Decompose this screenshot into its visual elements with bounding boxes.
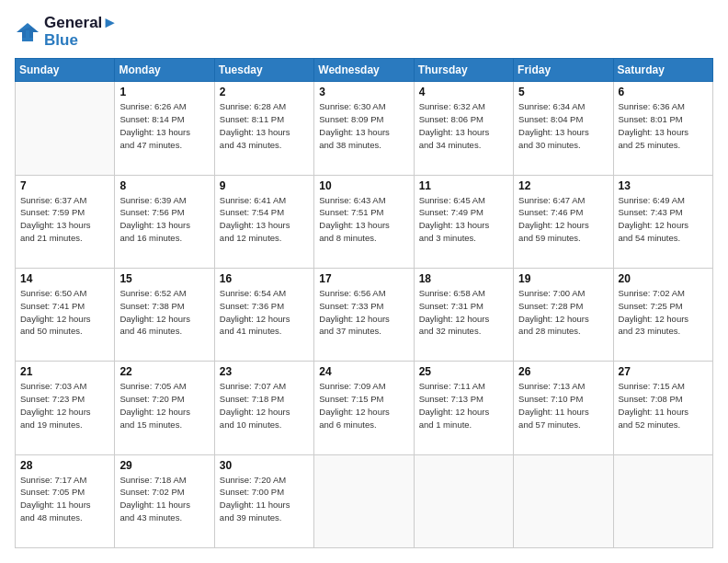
day-info: Sunrise: 6:43 AMSunset: 7:51 PMDaylight:… bbox=[319, 194, 408, 245]
day-info: Sunrise: 6:49 AMSunset: 7:43 PMDaylight:… bbox=[619, 194, 708, 245]
day-info: Sunrise: 7:20 AMSunset: 7:00 PMDaylight:… bbox=[220, 474, 309, 524]
calendar-cell: 2Sunrise: 6:28 AMSunset: 8:11 PMDaylight… bbox=[214, 82, 313, 175]
weekday-header-row: SundayMondayTuesdayWednesdayThursdayFrid… bbox=[16, 59, 713, 82]
day-number: 15 bbox=[119, 272, 209, 285]
day-info: Sunrise: 7:07 AMSunset: 7:18 PMDaylight:… bbox=[220, 380, 309, 431]
day-info: Sunrise: 6:39 AMSunset: 7:56 PMDaylight:… bbox=[119, 194, 209, 245]
day-number: 2 bbox=[220, 86, 309, 98]
day-info: Sunrise: 6:34 AMSunset: 8:04 PMDaylight:… bbox=[518, 100, 608, 151]
calendar-cell: 19Sunrise: 7:00 AMSunset: 7:28 PMDayligh… bbox=[514, 269, 613, 362]
calendar-cell: 29Sunrise: 7:18 AMSunset: 7:02 PMDayligh… bbox=[115, 454, 214, 547]
calendar-cell: 18Sunrise: 6:58 AMSunset: 7:31 PMDayligh… bbox=[414, 269, 513, 362]
calendar-cell bbox=[414, 454, 513, 547]
day-info: Sunrise: 6:45 AMSunset: 7:49 PMDaylight:… bbox=[419, 194, 508, 245]
calendar-cell: 30Sunrise: 7:20 AMSunset: 7:00 PMDayligh… bbox=[214, 454, 313, 547]
day-info: Sunrise: 7:11 AMSunset: 7:13 PMDaylight:… bbox=[419, 380, 508, 431]
calendar-cell bbox=[514, 454, 613, 547]
calendar-cell: 25Sunrise: 7:11 AMSunset: 7:13 PMDayligh… bbox=[414, 362, 513, 454]
calendar-cell: 1Sunrise: 6:26 AMSunset: 8:14 PMDaylight… bbox=[115, 82, 214, 175]
calendar-cell: 27Sunrise: 7:15 AMSunset: 7:08 PMDayligh… bbox=[613, 362, 712, 454]
calendar-cell: 28Sunrise: 7:17 AMSunset: 7:05 PMDayligh… bbox=[16, 454, 115, 547]
day-info: Sunrise: 7:17 AMSunset: 7:05 PMDaylight:… bbox=[20, 474, 109, 524]
calendar-cell: 6Sunrise: 6:36 AMSunset: 8:01 PMDaylight… bbox=[613, 82, 712, 175]
day-number: 3 bbox=[319, 86, 408, 98]
day-number: 29 bbox=[119, 459, 209, 472]
calendar-cell: 9Sunrise: 6:41 AMSunset: 7:54 PMDaylight… bbox=[214, 175, 313, 268]
day-number: 27 bbox=[619, 365, 708, 378]
day-info: Sunrise: 6:26 AMSunset: 8:14 PMDaylight:… bbox=[119, 100, 209, 151]
logo-icon bbox=[15, 19, 40, 45]
weekday-thursday: Thursday bbox=[414, 59, 513, 82]
day-info: Sunrise: 6:50 AMSunset: 7:41 PMDaylight:… bbox=[20, 287, 109, 338]
calendar-cell: 13Sunrise: 6:49 AMSunset: 7:43 PMDayligh… bbox=[613, 175, 712, 268]
day-number: 17 bbox=[319, 272, 408, 285]
day-info: Sunrise: 6:54 AMSunset: 7:36 PMDaylight:… bbox=[220, 287, 309, 338]
day-info: Sunrise: 7:13 AMSunset: 7:10 PMDaylight:… bbox=[518, 380, 608, 431]
calendar-cell: 20Sunrise: 7:02 AMSunset: 7:25 PMDayligh… bbox=[613, 269, 712, 362]
week-row-2: 14Sunrise: 6:50 AMSunset: 7:41 PMDayligh… bbox=[16, 269, 713, 362]
day-info: Sunrise: 7:00 AMSunset: 7:28 PMDaylight:… bbox=[518, 287, 608, 338]
day-info: Sunrise: 6:41 AMSunset: 7:54 PMDaylight:… bbox=[220, 194, 309, 245]
day-number: 9 bbox=[220, 179, 309, 192]
week-row-0: 1Sunrise: 6:26 AMSunset: 8:14 PMDaylight… bbox=[16, 82, 713, 175]
day-info: Sunrise: 6:30 AMSunset: 8:09 PMDaylight:… bbox=[319, 100, 408, 151]
day-number: 26 bbox=[518, 365, 608, 378]
day-number: 5 bbox=[518, 86, 608, 98]
day-number: 1 bbox=[119, 86, 209, 98]
day-number: 8 bbox=[119, 179, 209, 192]
day-info: Sunrise: 6:58 AMSunset: 7:31 PMDaylight:… bbox=[419, 287, 508, 338]
day-number: 13 bbox=[619, 179, 708, 192]
weekday-wednesday: Wednesday bbox=[314, 59, 414, 82]
calendar-cell: 14Sunrise: 6:50 AMSunset: 7:41 PMDayligh… bbox=[16, 269, 115, 362]
day-number: 12 bbox=[518, 179, 608, 192]
calendar-cell: 17Sunrise: 6:56 AMSunset: 7:33 PMDayligh… bbox=[314, 269, 414, 362]
day-info: Sunrise: 7:18 AMSunset: 7:02 PMDaylight:… bbox=[119, 474, 209, 524]
day-number: 24 bbox=[319, 365, 408, 378]
day-info: Sunrise: 6:52 AMSunset: 7:38 PMDaylight:… bbox=[119, 287, 209, 338]
calendar-cell bbox=[314, 454, 414, 547]
day-number: 16 bbox=[220, 272, 309, 285]
week-row-3: 21Sunrise: 7:03 AMSunset: 7:23 PMDayligh… bbox=[16, 362, 713, 454]
weekday-monday: Monday bbox=[115, 59, 214, 82]
day-number: 18 bbox=[419, 272, 508, 285]
calendar-cell: 15Sunrise: 6:52 AMSunset: 7:38 PMDayligh… bbox=[115, 269, 214, 362]
day-info: Sunrise: 6:32 AMSunset: 8:06 PMDaylight:… bbox=[419, 100, 508, 151]
day-info: Sunrise: 6:36 AMSunset: 8:01 PMDaylight:… bbox=[619, 100, 708, 151]
day-info: Sunrise: 7:15 AMSunset: 7:08 PMDaylight:… bbox=[619, 380, 708, 431]
weekday-tuesday: Tuesday bbox=[214, 59, 313, 82]
calendar-cell: 23Sunrise: 7:07 AMSunset: 7:18 PMDayligh… bbox=[214, 362, 313, 454]
day-number: 25 bbox=[419, 365, 508, 378]
day-number: 28 bbox=[20, 459, 109, 472]
day-info: Sunrise: 6:47 AMSunset: 7:46 PMDaylight:… bbox=[518, 194, 608, 245]
calendar-cell: 11Sunrise: 6:45 AMSunset: 7:49 PMDayligh… bbox=[414, 175, 513, 268]
calendar-cell: 21Sunrise: 7:03 AMSunset: 7:23 PMDayligh… bbox=[16, 362, 115, 454]
calendar-cell: 16Sunrise: 6:54 AMSunset: 7:36 PMDayligh… bbox=[214, 269, 313, 362]
logo: General► Blue bbox=[15, 15, 118, 49]
calendar-cell: 5Sunrise: 6:34 AMSunset: 8:04 PMDaylight… bbox=[514, 82, 613, 175]
calendar-cell: 22Sunrise: 7:05 AMSunset: 7:20 PMDayligh… bbox=[115, 362, 214, 454]
calendar-cell: 12Sunrise: 6:47 AMSunset: 7:46 PMDayligh… bbox=[514, 175, 613, 268]
calendar-cell: 24Sunrise: 7:09 AMSunset: 7:15 PMDayligh… bbox=[314, 362, 414, 454]
day-number: 7 bbox=[20, 179, 109, 192]
calendar-cell: 26Sunrise: 7:13 AMSunset: 7:10 PMDayligh… bbox=[514, 362, 613, 454]
day-info: Sunrise: 7:03 AMSunset: 7:23 PMDaylight:… bbox=[20, 380, 109, 431]
calendar-cell: 8Sunrise: 6:39 AMSunset: 7:56 PMDaylight… bbox=[115, 175, 214, 268]
page: General► Blue SundayMondayTuesdayWednesd… bbox=[0, 0, 728, 563]
day-number: 30 bbox=[220, 459, 309, 472]
calendar-cell bbox=[613, 454, 712, 547]
day-number: 11 bbox=[419, 179, 508, 192]
calendar-cell: 4Sunrise: 6:32 AMSunset: 8:06 PMDaylight… bbox=[414, 82, 513, 175]
calendar-cell bbox=[16, 82, 115, 175]
day-number: 4 bbox=[419, 86, 508, 98]
header: General► Blue bbox=[15, 15, 713, 49]
day-number: 14 bbox=[20, 272, 109, 285]
calendar-table: SundayMondayTuesdayWednesdayThursdayFrid… bbox=[15, 58, 713, 548]
day-number: 21 bbox=[20, 365, 109, 378]
weekday-friday: Friday bbox=[514, 59, 613, 82]
calendar-cell: 10Sunrise: 6:43 AMSunset: 7:51 PMDayligh… bbox=[314, 175, 414, 268]
weekday-saturday: Saturday bbox=[613, 59, 712, 82]
day-number: 20 bbox=[619, 272, 708, 285]
day-info: Sunrise: 7:02 AMSunset: 7:25 PMDaylight:… bbox=[619, 287, 708, 338]
day-number: 23 bbox=[220, 365, 309, 378]
day-info: Sunrise: 6:28 AMSunset: 8:11 PMDaylight:… bbox=[220, 100, 309, 151]
